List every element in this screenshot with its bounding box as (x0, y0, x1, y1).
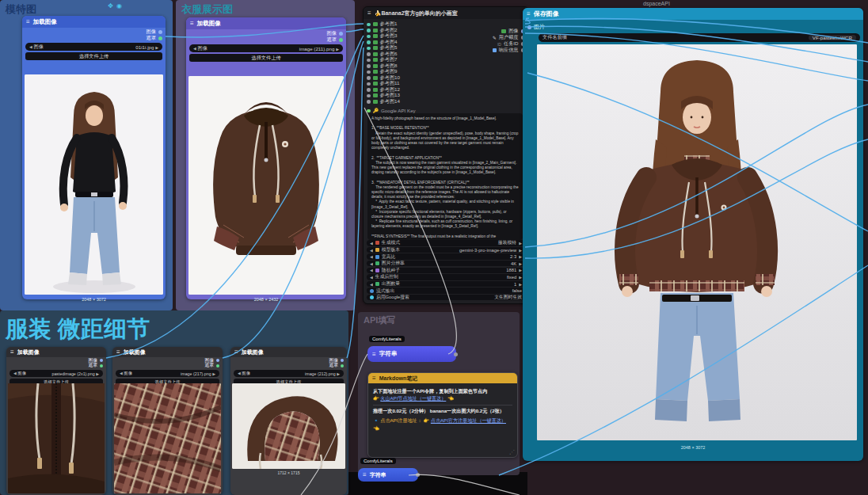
combo-left-arrow-icon[interactable]: ◀ (370, 241, 373, 246)
node-header[interactable]: ≡加载图像 (112, 347, 223, 357)
image-combo[interactable]: ◀ 图像 image (217).png ▶ (116, 370, 219, 377)
input-port[interactable] (367, 88, 371, 92)
input-port[interactable] (367, 94, 371, 98)
hamburger-icon[interactable]: ≡ (372, 375, 376, 382)
image-port[interactable] (216, 359, 219, 362)
combo-left-arrow-icon[interactable]: ◀ (370, 268, 373, 272)
widget-batch-count[interactable]: ◀出图数量1▶ (367, 281, 525, 287)
node-header[interactable]: ≡ 保存图像 (523, 8, 863, 20)
upload-button[interactable]: 选择文件上传 (189, 54, 343, 62)
combo-right-arrow-icon[interactable]: ▶ (519, 275, 522, 280)
combo-right-arrow-icon[interactable]: ▶ (519, 241, 522, 246)
combo-left-arrow-icon[interactable]: ◀ (370, 248, 373, 253)
image-combo[interactable]: ◀ 图像 image (212).png ▶ (234, 370, 344, 377)
combo-right-arrow-icon[interactable]: ▶ (519, 282, 522, 287)
output-response[interactable]: 响应信息 (493, 47, 524, 54)
node-header[interactable]: ≡加载图像 (6, 347, 106, 357)
note-link-register[interactable]: 🔹 点击API注册地址： 👉 点击API官方注册地址（一键直达） 👈 (373, 417, 512, 432)
input-port[interactable] (367, 59, 371, 63)
input-port[interactable] (367, 64, 371, 68)
combo-left-arrow-icon[interactable]: ◀ (193, 46, 196, 51)
input-port[interactable] (367, 47, 371, 51)
hamburger-icon[interactable]: ≡ (527, 10, 531, 17)
filename-prefix-widget[interactable]: 文件名前缀 VF-pastee/mWCR (539, 33, 860, 42)
input-port[interactable] (367, 52, 371, 56)
node-header[interactable]: ≡ Markdown笔记 (368, 373, 517, 383)
image-port[interactable] (341, 359, 344, 362)
widget-model-version[interactable]: ◀模型版本gemini-3-pro-image-preview▶ (367, 247, 525, 253)
image-combo[interactable]: ◀ 图像 01i1i.jpg ▶ (25, 43, 162, 51)
string-literal-node-1[interactable]: ≡ 字符串 (367, 346, 456, 362)
input-port[interactable] (367, 40, 371, 44)
hamburger-icon[interactable]: ≡ (372, 351, 376, 358)
image-combo[interactable]: ◀ 图像 image (211).png ▶ (189, 44, 343, 52)
image-combo[interactable]: ◀ 图像 pastedimage (2x1).png ▶ (10, 370, 103, 377)
image-port[interactable] (100, 359, 103, 362)
node-header[interactable]: ≡加载图像 (230, 347, 347, 357)
group-pin-icon[interactable]: ◉ (116, 2, 122, 10)
combo-right-arrow-icon[interactable]: ▶ (519, 248, 522, 253)
node-header[interactable]: ≡ 加载图像 (186, 17, 346, 29)
widget-resolution[interactable]: ◀图片分辨率4K▶ (367, 261, 525, 266)
hamburger-icon[interactable]: ≡ (10, 348, 14, 356)
combo-left-arrow-icon[interactable]: ◀ (13, 371, 17, 375)
load-image-node-detail3[interactable]: ≡加载图像 图像 遮罩 ◀ 图像 image (212).png ▶ 选择文件上… (230, 347, 347, 495)
combo-right-arrow-icon[interactable]: ▶ (519, 268, 522, 272)
input-port[interactable] (367, 70, 371, 74)
combo-left-arrow-icon[interactable]: ◀ (370, 261, 373, 266)
combo-left-arrow-icon[interactable]: ◀ (238, 371, 241, 375)
string-literal-node-2[interactable]: ≡ 字符串 (358, 468, 418, 482)
combo-right-arrow-icon[interactable]: ▶ (212, 371, 215, 376)
mask-port[interactable] (341, 364, 344, 367)
combo-right-arrow-icon[interactable]: ▶ (336, 47, 339, 51)
image-port[interactable] (339, 32, 343, 36)
combo-left-arrow-icon[interactable]: ◀ (370, 282, 373, 287)
node-canvas[interactable]: dspaceAPI 模特图 ✥ ◉ ≡ 加载图像 图像 遮罩 ◀ 图像 01i1… (0, 0, 868, 495)
hamburger-icon[interactable]: ≡ (234, 348, 238, 356)
input-port[interactable] (367, 29, 371, 32)
node-header[interactable]: ≡ 🍌Banana2官方g的单向的小画室 (364, 7, 528, 19)
input-port[interactable] (367, 100, 371, 104)
mask-port[interactable] (339, 38, 343, 42)
upload-button[interactable]: 选择文件上传 (25, 52, 162, 60)
input-port[interactable] (367, 23, 371, 27)
input-port[interactable] (367, 76, 371, 80)
hamburger-icon[interactable]: ≡ (190, 20, 194, 27)
widget-control-after-generate[interactable]: ◀生成后控制fixed▶ (367, 274, 525, 280)
mask-port[interactable] (100, 364, 103, 367)
widget-generation-mode[interactable]: ◀生成模式服装模特▶ (367, 240, 525, 246)
combo-left-arrow-icon[interactable]: ◀ (29, 44, 32, 49)
image-input[interactable]: 图片 (527, 23, 545, 31)
combo-right-arrow-icon[interactable]: ▶ (96, 371, 99, 376)
hamburger-icon[interactable]: ≡ (26, 18, 30, 25)
note-link-volcano[interactable]: 👉 火山API节点地址（一键直达） 👈 (373, 394, 512, 402)
mask-port[interactable] (158, 36, 162, 40)
resize-handle-icon[interactable]: ⋰ (509, 449, 515, 455)
widget-seed[interactable]: ◀随机种子1881▶ (367, 268, 525, 273)
string-output-port[interactable] (416, 473, 420, 477)
image-port[interactable] (158, 30, 162, 34)
save-image-node[interactable]: ≡ 保存图像 图片 文件名前缀 VF-pastee/mWCR (523, 8, 863, 461)
hamburger-icon[interactable]: ≡ (367, 10, 371, 17)
api-key-port[interactable] (367, 109, 371, 113)
image-port[interactable] (527, 25, 531, 29)
combo-right-arrow-icon[interactable]: ▶ (155, 45, 158, 50)
banana-prompt-node[interactable]: ≡ 🍌Banana2官方g的单向的小画室 参考图1 参考图2 参考图3 参考图4… (363, 6, 529, 304)
combo-right-arrow-icon[interactable]: ▶ (519, 261, 522, 266)
group-model-controls[interactable]: ✥ ◉ (108, 2, 122, 10)
string-output-port[interactable] (454, 352, 458, 356)
load-image-node-model[interactable]: ≡ 加载图像 图像 遮罩 ◀ 图像 01i1i.jpg ▶ 选择文件上传 (22, 16, 166, 299)
combo-right-arrow-icon[interactable]: ▶ (519, 254, 522, 259)
widget-aspect-ratio[interactable]: ◀宽高比2:3▶ (367, 253, 525, 259)
input-port[interactable] (367, 82, 371, 86)
widget-stream-output[interactable]: 流式输出false (367, 287, 525, 293)
combo-left-arrow-icon[interactable]: ◀ (370, 275, 373, 280)
input-port[interactable] (367, 35, 371, 39)
markdown-note-node[interactable]: ≡ Markdown笔记 从下面地址注册一个API令牌，复制到上面紫色节点内 👉… (367, 372, 518, 458)
prompt-textarea[interactable]: A high-fidelity photograph based on the … (367, 113, 523, 240)
mask-port[interactable] (216, 364, 219, 367)
node-header[interactable]: ≡ 加载图像 (22, 16, 166, 28)
combo-right-arrow-icon[interactable]: ▶ (337, 371, 340, 376)
load-image-node-garment[interactable]: ≡ 加载图像 图像 遮罩 ◀ 图像 image (211).png ▶ 选择文件… (186, 17, 346, 299)
hamburger-icon[interactable]: ≡ (363, 471, 367, 478)
